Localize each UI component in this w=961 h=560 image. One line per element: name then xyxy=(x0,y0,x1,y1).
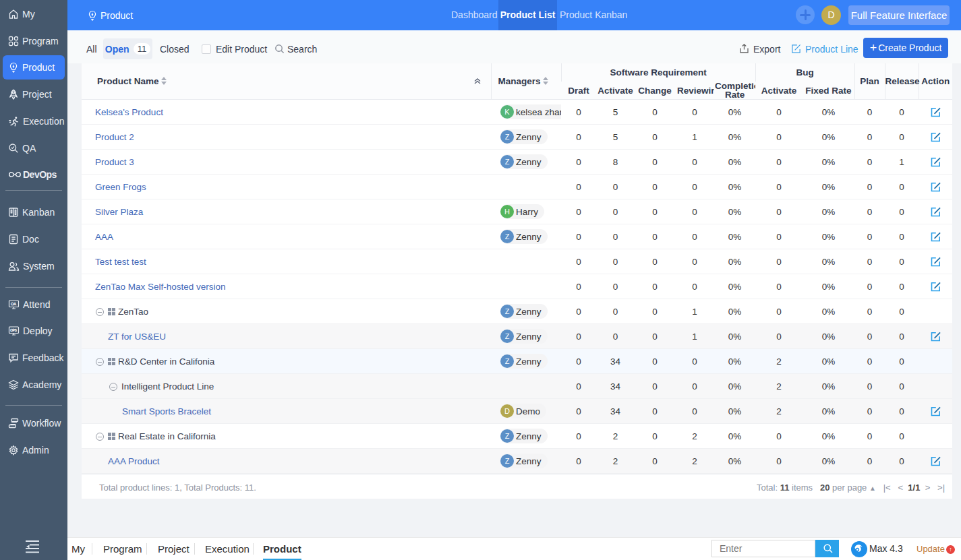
svg-text:OPS: OPS xyxy=(10,329,17,332)
svg-text:OA: OA xyxy=(11,302,16,306)
